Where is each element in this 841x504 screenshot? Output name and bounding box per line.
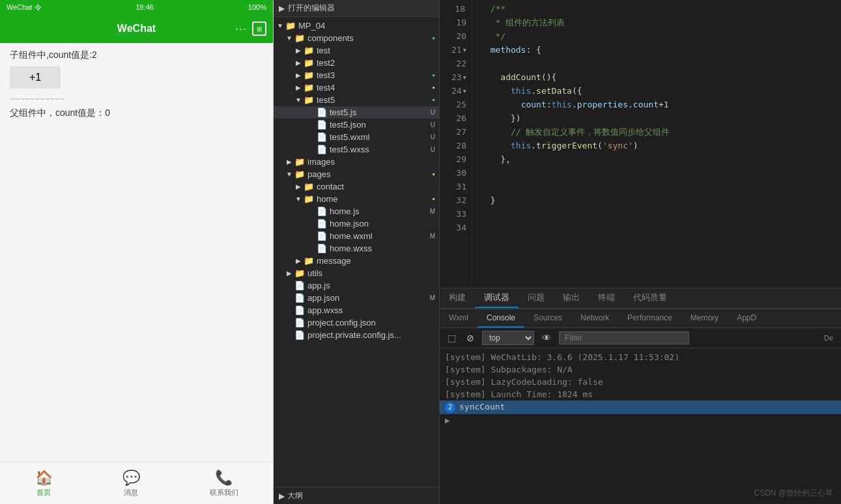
devtools-tab-sources[interactable]: Sources	[524, 309, 571, 328]
code-line-26: })	[480, 112, 833, 126]
devtools-tab-memory[interactable]: Memory	[681, 309, 728, 328]
test5-js-label: test5.js	[330, 107, 431, 117]
tree-test5-js[interactable]: ▶ 📄 test5.js U	[274, 106, 439, 119]
js-file-icon: 📄	[317, 206, 327, 216]
tree-contact[interactable]: ▶ 📁 contact	[274, 180, 439, 193]
tab-output[interactable]: 输出	[554, 288, 589, 308]
tree-components[interactable]: ▼ 📁 components ●	[274, 32, 439, 44]
home-label: home	[317, 194, 432, 204]
tree-test3[interactable]: ▶ 📁 test3 ●	[274, 69, 439, 81]
context-select[interactable]: top	[482, 331, 534, 345]
tree-test5-wxss[interactable]: ▶ 📄 test5.wxss U	[274, 143, 439, 156]
tree-home-js[interactable]: ▶ 📄 home.js M	[274, 205, 439, 217]
tree-project-config[interactable]: ▶ 📄 project.config.json	[274, 316, 439, 329]
tab-terminal[interactable]: 终端	[589, 288, 624, 308]
file-explorer-panel: ▶ 打开的编辑器 ▼ 📁 MP_04 ▼ 📁 components ● ▶ 📁 …	[274, 0, 440, 504]
app-wxss-label: app.wxss	[307, 305, 439, 315]
wxml-file-icon: 📄	[317, 132, 327, 142]
devtools-tab-wxml[interactable]: Wxml	[440, 309, 478, 328]
footer-messages[interactable]: 💬 消息	[122, 469, 140, 497]
separator: ~~~~~~~~~~~	[10, 94, 263, 104]
wxss-file-icon: 📄	[317, 244, 327, 253]
tree-message[interactable]: ▶ 📁 message	[274, 255, 439, 267]
de-button[interactable]: De	[821, 333, 836, 343]
tree-test4[interactable]: ▶ 📁 test4 ●	[274, 81, 439, 94]
root-expand-arrow: ▼	[276, 22, 284, 29]
footer-contact-label: 联系我们	[210, 488, 238, 497]
code-line-25: count:this.properties.count+1	[480, 98, 833, 112]
tree-home-wxml[interactable]: ▶ 📄 home.wxml M	[274, 230, 439, 242]
tree-test5-json[interactable]: ▶ 📄 test5.json U	[274, 119, 439, 131]
tab-code-quality[interactable]: 代码质量	[624, 288, 676, 308]
plus-button[interactable]: +1	[10, 66, 61, 89]
filter-input[interactable]	[559, 331, 689, 344]
json-file-icon: 📄	[317, 120, 327, 130]
tree-test[interactable]: ▶ 📁 test	[274, 44, 439, 57]
images-label: images	[307, 157, 439, 167]
tree-project-private[interactable]: ▶ 📄 project.private.config.js...	[274, 329, 439, 341]
fold-icon: ▼	[463, 73, 466, 82]
tab-debugger[interactable]: 调试器	[475, 288, 519, 308]
json-file-icon: 📄	[294, 293, 305, 303]
code-line-24: this.setData({	[480, 85, 833, 98]
cursor-btn[interactable]: ⬚	[445, 331, 459, 344]
devtools-tab-appd[interactable]: AppD	[728, 309, 765, 328]
tree-root[interactable]: ▼ 📁 MP_04	[274, 20, 439, 32]
test3-dot: ●	[432, 72, 435, 78]
contact-icon: 📞	[215, 469, 233, 486]
test-arrow: ▶	[294, 47, 302, 54]
code-content[interactable]: /** * 组件的方法列表 */ methods: { addCount(){ …	[472, 0, 841, 288]
tree-test2[interactable]: ▶ 📁 test2	[274, 57, 439, 69]
folder-icon: 📁	[304, 83, 314, 92]
json-file-icon: 📄	[294, 330, 305, 340]
test5-wxml-label: test5.wxml	[330, 132, 431, 142]
qr-icon[interactable]: ⊞	[252, 21, 266, 36]
folder-icon: 📁	[304, 70, 314, 80]
wechat-header: WeChat ··· ⊞	[0, 14, 273, 43]
tree-app-js[interactable]: ▶ 📄 app.js	[274, 279, 439, 292]
footer-home[interactable]: 🏠 首页	[35, 469, 53, 497]
pages-label: pages	[307, 169, 432, 179]
tree-test5[interactable]: ▼ 📁 test5 ●	[274, 94, 439, 106]
project-config-label: project.config.json	[307, 318, 439, 328]
devtools-tab-network[interactable]: Network	[571, 309, 618, 328]
message-icon: 💬	[122, 469, 140, 486]
folder-icon: 📁	[294, 268, 305, 278]
root-label: MP_04	[298, 21, 439, 31]
tree-app-json[interactable]: ▶ 📄 app.json M	[274, 292, 439, 304]
json-file-icon: 📄	[294, 318, 305, 328]
expand-arrow[interactable]: ▶	[445, 415, 450, 425]
devtools-tab-performance[interactable]: Performance	[618, 309, 681, 328]
tree-utils[interactable]: ▶ 📁 utils	[274, 267, 439, 279]
outline-section[interactable]: ▶ 大纲	[274, 487, 439, 504]
test-label: test	[317, 46, 439, 55]
folder-icon: 📁	[304, 95, 314, 105]
tree-app-wxss[interactable]: ▶ 📄 app.wxss	[274, 304, 439, 316]
console-line-sync[interactable]: 2 syncCount	[440, 400, 841, 414]
console-line-expand[interactable]: ▶	[440, 414, 841, 427]
tree-test5-wxml[interactable]: ▶ 📄 test5.wxml U	[274, 131, 439, 143]
home-wxss-label: home.wxss	[330, 244, 439, 253]
console-line-system4: [system] Launch Time: 1824 ms	[440, 388, 841, 400]
tree-home[interactable]: ▼ 📁 home ●	[274, 193, 439, 205]
tree-images[interactable]: ▶ 📁 images	[274, 156, 439, 168]
components-label: components	[307, 33, 432, 43]
file-tree: ▼ 📁 MP_04 ▼ 📁 components ● ▶ 📁 test ▶ 📁 …	[274, 17, 439, 487]
system-text-2: [system] Subpackages: N/A	[445, 365, 573, 374]
tab-problems[interactable]: 问题	[519, 288, 554, 308]
tree-home-wxss[interactable]: ▶ 📄 home.wxss	[274, 242, 439, 255]
folder-icon: 📁	[304, 46, 314, 55]
tree-pages[interactable]: ▼ 📁 pages ●	[274, 168, 439, 180]
tree-home-json[interactable]: ▶ 📄 home.json	[274, 217, 439, 230]
footer-contact[interactable]: 📞 联系我们	[210, 469, 238, 497]
eye-btn[interactable]: 👁	[539, 331, 554, 344]
block-icon[interactable]: ⊘	[464, 331, 477, 344]
tab-build[interactable]: 构建	[440, 288, 475, 308]
code-line-29: },	[480, 153, 833, 167]
more-icon[interactable]: ···	[235, 22, 247, 36]
wechat-footer: 🏠 首页 💬 消息 📞 联系我们	[0, 462, 273, 504]
test5-json-badge: U	[431, 121, 435, 128]
devtools-tab-console[interactable]: Console	[478, 309, 524, 328]
child-count-text: 子组件中,count值是:2	[10, 49, 263, 61]
status-right: 100%	[248, 3, 266, 11]
